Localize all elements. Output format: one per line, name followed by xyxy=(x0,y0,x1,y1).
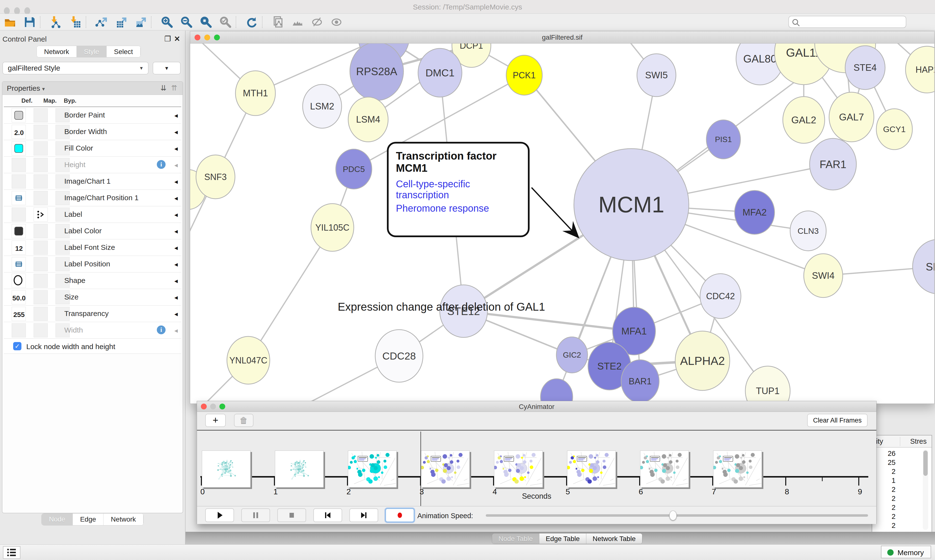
network-node-gcy1[interactable]: GCY1 xyxy=(876,109,912,149)
network-node-pck1[interactable]: PCK1 xyxy=(506,55,542,95)
float-panel-icon[interactable]: ❐ xyxy=(164,35,171,43)
frame-thumbnail-5[interactable] xyxy=(567,451,616,488)
expand-row-icon[interactable]: ◂ xyxy=(174,211,178,219)
frame-thumbnail-1[interactable] xyxy=(275,451,324,488)
expand-row-icon[interactable]: ◂ xyxy=(174,128,178,136)
frame-thumbnail-4[interactable] xyxy=(494,451,543,488)
search-input[interactable] xyxy=(802,17,904,27)
network-node-far1[interactable]: FAR1 xyxy=(810,138,856,190)
mapping-cell[interactable] xyxy=(34,108,48,122)
default-value-cell[interactable] xyxy=(12,158,26,172)
mapping-cell[interactable] xyxy=(34,224,48,238)
network-node-slt2[interactable]: SLT2 xyxy=(913,239,934,294)
tab-network-table[interactable]: Network Table xyxy=(586,534,642,544)
expand-all-icon[interactable]: ⇊ xyxy=(160,84,167,92)
default-value-cell[interactable] xyxy=(12,108,26,122)
property-row-fill-color[interactable]: Fill Color◂ xyxy=(4,140,181,157)
tab-select[interactable]: Select xyxy=(106,46,140,57)
property-row-border-width[interactable]: 2.0Border Width◂ xyxy=(4,123,181,140)
style-target-tab-network[interactable]: Network xyxy=(103,514,143,525)
tab-edge-table[interactable]: Edge Table xyxy=(539,534,586,544)
mapping-cell[interactable] xyxy=(34,274,48,288)
network-edge[interactable] xyxy=(248,228,332,360)
network-node-dmc1[interactable]: DMC1 xyxy=(418,48,462,97)
network-node-snf3[interactable]: SNF3 xyxy=(196,155,235,199)
network-node-gal2[interactable]: GAL2 xyxy=(783,97,825,143)
property-row-label-position[interactable]: Label Position◂ xyxy=(4,256,181,272)
annotation-link[interactable]: Cell-type-specific transcription xyxy=(396,178,521,200)
network-node-mcm1[interactable]: MCM1 xyxy=(574,149,689,260)
mapping-cell[interactable] xyxy=(34,125,48,139)
expand-row-icon[interactable]: ◂ xyxy=(174,178,178,186)
collapse-all-icon[interactable]: ⇈ xyxy=(171,84,177,92)
birds-eye-icon[interactable] xyxy=(290,15,305,29)
mapping-cell[interactable] xyxy=(34,174,48,189)
style-target-tab-node[interactable]: Node xyxy=(42,514,73,525)
style-target-tab-edge[interactable]: Edge xyxy=(73,514,103,525)
skip-start-button[interactable] xyxy=(313,508,342,522)
property-row-width[interactable]: Widthi◂ xyxy=(4,322,181,338)
network-window-titlebar[interactable]: galFiltered.sif xyxy=(190,31,934,43)
slider-handle[interactable] xyxy=(670,511,677,520)
expand-row-icon[interactable]: ◂ xyxy=(174,194,178,202)
property-row-label-color[interactable]: Label Color◂ xyxy=(4,223,181,239)
property-row-border-paint[interactable]: Border Paint◂ xyxy=(4,107,181,123)
lock-size-row[interactable]: ✓Lock node width and height xyxy=(4,338,181,354)
expand-row-icon[interactable]: ◂ xyxy=(174,260,178,268)
info-icon[interactable]: i xyxy=(157,326,165,334)
network-node-pis1[interactable]: PIS1 xyxy=(707,120,741,159)
export-network-icon[interactable] xyxy=(94,15,110,29)
import-table-icon[interactable] xyxy=(68,15,83,29)
chevron-down-icon[interactable]: ▾ xyxy=(42,86,45,92)
network-canvas[interactable]: DCP1PCK1RPS28ADMC1MTH1LSM2LSM4SNF3PDC5YI… xyxy=(190,43,934,403)
export-image-icon[interactable] xyxy=(133,15,148,29)
zoom-in-icon[interactable] xyxy=(159,15,175,29)
mapping-cell[interactable] xyxy=(34,191,48,205)
expand-row-icon[interactable]: ◂ xyxy=(174,161,178,169)
memory-button[interactable]: Memory xyxy=(881,546,931,558)
network-node-bar1[interactable]: BAR1 xyxy=(621,360,659,403)
tab-style[interactable]: Style xyxy=(77,46,106,57)
save-floppy-icon[interactable] xyxy=(22,15,37,29)
mapping-cell[interactable] xyxy=(34,307,48,321)
network-node-mfa2[interactable]: MFA2 xyxy=(734,191,775,234)
network-node-cdc42[interactable]: CDC42 xyxy=(700,274,741,318)
network-node-cln3[interactable]: CLN3 xyxy=(790,211,826,251)
network-node-gic2[interactable]: GIC2 xyxy=(556,337,588,373)
expand-row-icon[interactable]: ◂ xyxy=(174,326,178,334)
pause-button[interactable] xyxy=(241,508,270,522)
close-panel-icon[interactable]: ✕ xyxy=(174,35,180,43)
expand-row-icon[interactable]: ◂ xyxy=(174,244,178,252)
property-row-size[interactable]: 50.0Size◂ xyxy=(4,289,181,306)
animation-speed-slider[interactable] xyxy=(486,514,868,517)
default-value-cell[interactable] xyxy=(12,174,26,189)
default-value-cell[interactable]: 50.0 xyxy=(12,290,26,304)
delete-frame-button[interactable]: 🗑 xyxy=(234,414,253,427)
network-node-hap2[interactable]: HAP2 xyxy=(906,46,934,93)
network-node-yil105c[interactable]: YIL105C xyxy=(311,204,354,251)
info-icon[interactable]: i xyxy=(157,160,165,169)
network-node-lsm4[interactable]: LSM4 xyxy=(348,97,388,142)
network-node-tup1[interactable]: TUP1 xyxy=(745,366,790,403)
default-value-cell[interactable]: 2.0 xyxy=(12,125,26,139)
search-box[interactable] xyxy=(788,16,906,28)
clear-all-frames-button[interactable]: Clear All Frames xyxy=(807,414,867,427)
style-selector-dropdown[interactable]: galFiltered Style▾ xyxy=(2,62,148,74)
mapping-cell[interactable] xyxy=(34,290,48,304)
frames-timeline[interactable]: 0123456789 Seconds xyxy=(197,431,876,506)
default-value-cell[interactable] xyxy=(12,191,26,205)
zoom-fit-icon[interactable] xyxy=(198,15,214,29)
play-button[interactable] xyxy=(205,508,234,522)
mapping-cell[interactable] xyxy=(34,241,48,255)
cyanimator-titlebar[interactable]: CyAnimator xyxy=(197,401,876,412)
record-button[interactable] xyxy=(386,508,414,522)
refresh-icon[interactable] xyxy=(244,15,259,29)
add-frame-button[interactable]: + xyxy=(205,414,226,427)
expand-row-icon[interactable]: ◂ xyxy=(174,293,178,302)
network-node-cdc28[interactable]: CDC28 xyxy=(375,330,423,382)
zoom-out-icon[interactable] xyxy=(179,15,194,29)
network-node-lsm2[interactable]: LSM2 xyxy=(302,85,342,128)
mapping-cell[interactable] xyxy=(34,323,48,337)
network-node-mth1[interactable]: MTH1 xyxy=(236,71,275,115)
table-column-header[interactable]: Stres xyxy=(910,437,927,445)
